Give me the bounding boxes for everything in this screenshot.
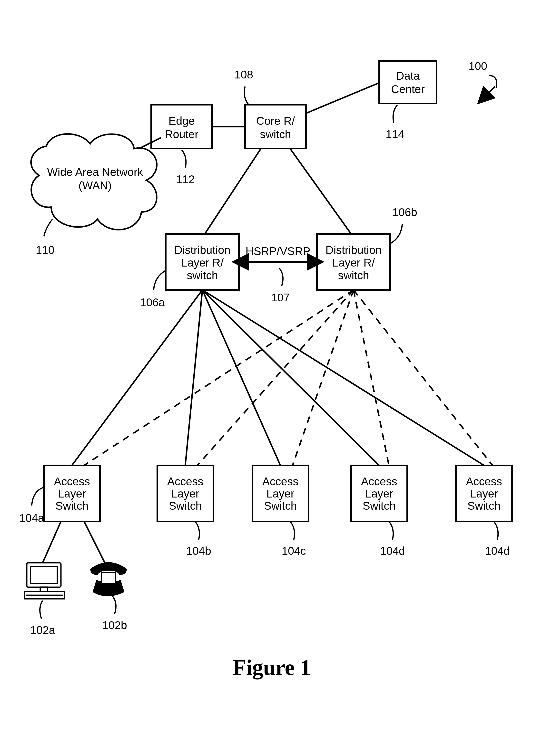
svg-rect-24 (40, 587, 48, 592)
edge-router-ref: 112 (176, 173, 195, 186)
svg-line-19 (354, 290, 493, 465)
dist-b-ref: 106b (392, 206, 417, 219)
svg-line-12 (202, 290, 281, 465)
access-2-l2: Layer (171, 487, 199, 500)
svg-line-3 (205, 149, 261, 234)
access-4: Access Layer Switch 104d (351, 465, 407, 557)
computer-icon (24, 563, 65, 599)
device-a-ref: 102a (30, 624, 55, 636)
phone-icon (90, 562, 127, 596)
figure-ref-main: 100 (469, 60, 487, 72)
access-3-l2: Layer (266, 487, 294, 500)
access-1-l3: Switch (55, 499, 88, 512)
access-5: Access Layer Switch 104d (456, 465, 512, 557)
data-center-l1: Data (396, 69, 420, 82)
access-1-l1: Access (54, 475, 90, 488)
svg-rect-27 (101, 573, 116, 584)
edge-router-l1: Edge (168, 115, 194, 127)
core-switch-l1: Core R/ (256, 115, 295, 127)
dist-a-l3: switch (187, 269, 218, 282)
dist-a-l2: Layer R/ (181, 256, 223, 269)
core-switch-ref: 108 (234, 68, 253, 81)
svg-line-2 (306, 83, 379, 113)
access-3-l1: Access (262, 475, 299, 488)
access-4-ref: 104d (380, 545, 405, 557)
hsrp-ref: 107 (271, 291, 290, 304)
access-1-ref: 104a (19, 512, 44, 524)
access-4-l1: Access (361, 475, 397, 488)
svg-rect-23 (30, 566, 57, 584)
edge-router-l2: Router (165, 128, 198, 141)
access-3-l3: Switch (264, 499, 297, 512)
access-3: Access Layer Switch 104c (252, 465, 309, 557)
access-2-l1: Access (167, 475, 203, 488)
svg-line-14 (202, 290, 484, 465)
wan-label-1: Wide Area Network (47, 166, 143, 178)
svg-line-21 (84, 521, 105, 563)
svg-line-4 (290, 149, 351, 234)
hsrp-label: HSRP/VSRP (245, 245, 311, 258)
device-b-ref: 102b (102, 619, 127, 632)
svg-line-11 (185, 290, 202, 465)
access-3-ref: 104c (282, 545, 306, 557)
access-5-l3: Switch (467, 499, 500, 512)
access-1: Access Layer Switch 104a (19, 465, 100, 524)
svg-line-20 (43, 521, 61, 563)
access-5-ref: 104d (485, 545, 510, 557)
svg-line-13 (202, 290, 379, 465)
data-center-l2: Center (391, 83, 425, 96)
dist-a-ref: 106a (140, 296, 165, 309)
access-5-l2: Layer (470, 487, 498, 500)
svg-line-16 (197, 290, 354, 465)
dist-b-l2: Layer R/ (332, 256, 375, 269)
svg-line-18 (354, 290, 389, 465)
access-4-l2: Layer (365, 487, 393, 500)
data-center-box (379, 61, 436, 104)
dist-b-l1: Distribution (326, 244, 382, 256)
network-diagram: 100 Wide Area Network (WAN) 110 Edge Rou… (0, 0, 542, 756)
access-4-l3: Switch (363, 499, 396, 512)
svg-line-10 (72, 290, 202, 465)
wan-label-2: (WAN) (78, 179, 112, 192)
access-2: Access Layer Switch 104b (157, 465, 213, 557)
access-2-ref: 104b (186, 545, 211, 557)
dist-a-l1: Distribution (174, 244, 230, 256)
access-5-l1: Access (466, 475, 502, 488)
dist-b-l3: switch (338, 269, 369, 282)
figure-label: Figure 1 (233, 655, 311, 679)
svg-line-15 (84, 290, 354, 465)
core-switch-l2: switch (260, 128, 291, 141)
access-1-l2: Layer (58, 487, 86, 500)
data-center-ref: 114 (386, 128, 405, 141)
access-2-l3: Switch (169, 499, 202, 512)
wan-ref: 110 (36, 244, 55, 256)
